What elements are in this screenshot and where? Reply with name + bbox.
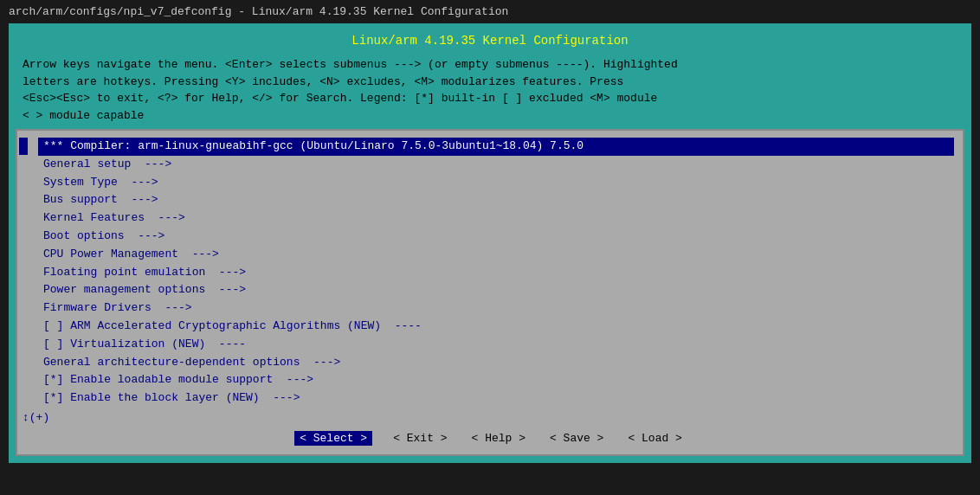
scroll-indicator-left (17, 136, 29, 409)
menu-item[interactable]: Firmware Drivers ---> (38, 299, 954, 318)
inner-container: *** Compiler: arm-linux-gnueabihf-gcc (U… (16, 129, 964, 456)
load-button[interactable]: < Load > (624, 431, 685, 446)
menu-item[interactable]: [*] Enable loadable module support ---> (38, 371, 954, 389)
menu-item[interactable]: System Type ---> (38, 174, 954, 192)
select-button[interactable]: < Select > (294, 431, 372, 446)
help-line1: Arrow keys navigate the menu. <Enter> se… (23, 56, 957, 74)
outer-container: Linux/arm 4.19.35 Kernel Configuration A… (9, 23, 971, 463)
scroll-bottom: ↕(+) (17, 411, 963, 424)
menu-item[interactable]: CPU Power Management ---> (38, 246, 954, 264)
menu-item[interactable]: [ ] ARM Accelerated Cryptographic Algori… (38, 318, 954, 336)
exit-button[interactable]: < Exit > (390, 431, 450, 446)
menu-item[interactable]: [ ] Virtualization (NEW) ---- (38, 336, 954, 354)
menu-item[interactable]: Kernel Features ---> (38, 209, 954, 228)
menu-item[interactable]: [*] Enable the block layer (NEW) ---> (38, 389, 954, 408)
help-line2: letters are hotkeys. Pressing <Y> includ… (23, 74, 957, 91)
button-bar: < Select > < Exit > < Help > < Save > < … (17, 424, 963, 449)
title-bar: arch/arm/configs/npi_v7_defconfig - Linu… (0, 0, 980, 23)
help-line4: < > module capable (23, 107, 957, 125)
help-text: Arrow keys navigate the menu. <Enter> se… (16, 55, 964, 129)
title-bar-text: arch/arm/configs/npi_v7_defconfig - Linu… (9, 5, 508, 18)
save-button[interactable]: < Save > (546, 431, 607, 446)
bottom-bar (0, 467, 980, 485)
menu-item[interactable]: Boot options ---> (38, 228, 954, 246)
window-title: Linux/arm 4.19.35 Kernel Configuration (16, 30, 964, 51)
menu-item[interactable]: Floating point emulation ---> (38, 264, 954, 282)
menu-item[interactable]: General setup ---> (38, 156, 954, 174)
menu-list: *** Compiler: arm-linux-gnueabihf-gcc (U… (29, 136, 963, 409)
help-button[interactable]: < Help > (468, 431, 529, 446)
help-line3: <Esc><Esc> to exit, <?> for Help, </> fo… (23, 90, 957, 107)
menu-item[interactable]: Bus support ---> (38, 191, 954, 209)
menu-item[interactable]: General architecture-dependent options -… (38, 354, 954, 372)
menu-item[interactable]: *** Compiler: arm-linux-gnueabihf-gcc (U… (38, 138, 954, 156)
menu-item[interactable]: Power management options ---> (38, 281, 954, 299)
